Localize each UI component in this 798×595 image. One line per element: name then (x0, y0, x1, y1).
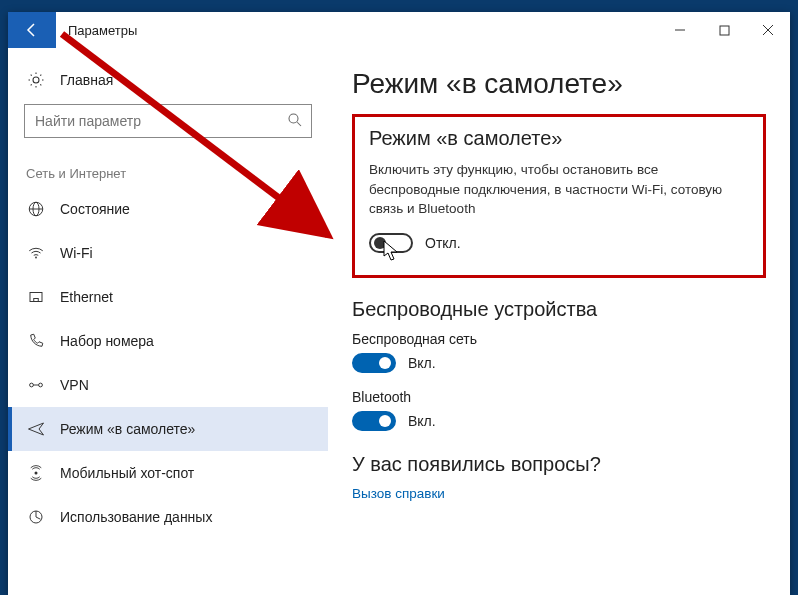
sidebar-item-datausage[interactable]: Использование данных (8, 495, 328, 539)
sidebar-item-ethernet[interactable]: Ethernet (8, 275, 328, 319)
svg-rect-1 (720, 26, 729, 35)
window-title: Параметры (56, 12, 149, 48)
close-button[interactable] (746, 12, 790, 48)
highlight-box: Режим «в самолете» Включить эту функцию,… (352, 114, 766, 278)
search-wrap (24, 104, 312, 138)
sidebar-item-label: Режим «в самолете» (60, 421, 195, 437)
sidebar-item-label: Ethernet (60, 289, 113, 305)
page-title: Режим «в самолете» (352, 68, 766, 100)
svg-rect-10 (30, 293, 42, 302)
minimize-icon (674, 24, 686, 36)
sidebar-item-label: Использование данных (60, 509, 212, 525)
sidebar-item-label: Набор номера (60, 333, 154, 349)
bluetooth-toggle-row: Вкл. (352, 411, 766, 431)
airplane-icon (26, 419, 46, 439)
help-section-title: У вас появились вопросы? (352, 453, 766, 476)
vpn-icon (26, 375, 46, 395)
svg-point-12 (30, 383, 34, 387)
sidebar-category-title: Сеть и Интернет (8, 156, 328, 187)
titlebar: Параметры (8, 12, 790, 48)
svg-point-15 (35, 472, 38, 475)
content-pane: Режим «в самолете» Режим «в самолете» Вк… (328, 48, 790, 595)
gear-icon (26, 70, 46, 90)
sidebar-item-hotspot[interactable]: Мобильный хот-спот (8, 451, 328, 495)
arrow-left-icon (24, 22, 40, 38)
sidebar: Главная Сеть и Интернет Состояние Wi-Fi … (8, 48, 328, 595)
sidebar-item-label: Wi-Fi (60, 245, 93, 261)
maximize-icon (719, 25, 730, 36)
hotspot-icon (26, 463, 46, 483)
sidebar-item-airplane[interactable]: Режим «в самолете» (8, 407, 328, 451)
bluetooth-toggle-label: Вкл. (408, 413, 436, 429)
data-icon (26, 507, 46, 527)
sidebar-item-vpn[interactable]: VPN (8, 363, 328, 407)
wifi-toggle-row: Вкл. (352, 353, 766, 373)
settings-window: Параметры Главная (8, 12, 790, 595)
airplane-toggle-row: Откл. (369, 233, 749, 253)
wireless-section: Беспроводные устройства Беспроводная сет… (352, 298, 766, 431)
sidebar-item-dialup[interactable]: Набор номера (8, 319, 328, 363)
airplane-toggle[interactable] (369, 233, 413, 253)
sidebar-item-wifi[interactable]: Wi-Fi (8, 231, 328, 275)
body: Главная Сеть и Интернет Состояние Wi-Fi … (8, 48, 790, 595)
maximize-button[interactable] (702, 12, 746, 48)
airplane-section-title: Режим «в самолете» (369, 127, 749, 150)
sidebar-item-label: Мобильный хот-спот (60, 465, 194, 481)
sidebar-home[interactable]: Главная (8, 62, 328, 100)
bluetooth-toggle[interactable] (352, 411, 396, 431)
svg-point-13 (39, 383, 43, 387)
wireless-section-title: Беспроводные устройства (352, 298, 766, 321)
ethernet-icon (26, 287, 46, 307)
wifi-toggle-label: Вкл. (408, 355, 436, 371)
sidebar-home-label: Главная (60, 72, 113, 88)
airplane-toggle-label: Откл. (425, 235, 461, 251)
window-controls (658, 12, 790, 48)
phone-icon (26, 331, 46, 351)
help-section: У вас появились вопросы? Вызов справки (352, 453, 766, 501)
close-icon (762, 24, 774, 36)
svg-rect-11 (34, 299, 39, 302)
sidebar-item-label: VPN (60, 377, 89, 393)
wifi-toggle[interactable] (352, 353, 396, 373)
airplane-description: Включить эту функцию, чтобы остановить в… (369, 160, 749, 219)
search-input[interactable] (24, 104, 312, 138)
minimize-button[interactable] (658, 12, 702, 48)
globe-icon (26, 199, 46, 219)
svg-point-9 (35, 257, 37, 259)
bluetooth-label: Bluetooth (352, 389, 766, 405)
wifi-icon (26, 243, 46, 263)
sidebar-item-label: Состояние (60, 201, 130, 217)
wifi-label: Беспроводная сеть (352, 331, 766, 347)
sidebar-item-status[interactable]: Состояние (8, 187, 328, 231)
back-button[interactable] (8, 12, 56, 48)
help-link[interactable]: Вызов справки (352, 486, 766, 501)
